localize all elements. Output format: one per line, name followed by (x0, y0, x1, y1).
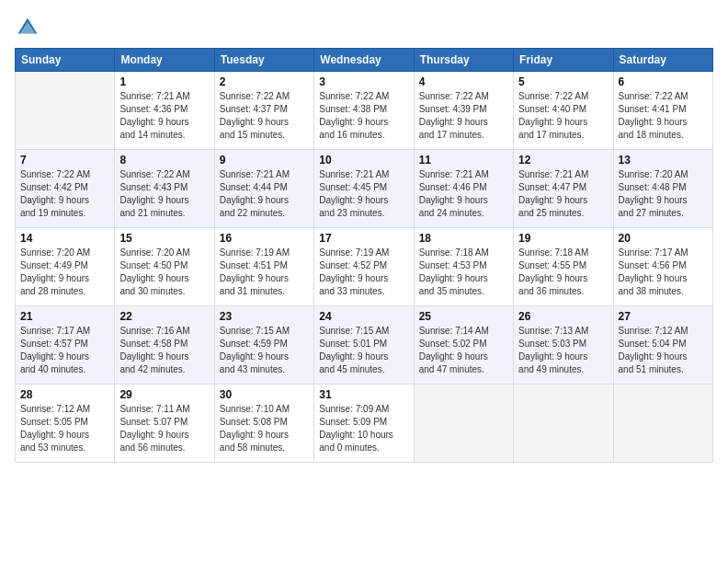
calendar-cell (16, 72, 115, 150)
day-header-tuesday: Tuesday (214, 49, 313, 72)
calendar-cell: 4Sunrise: 7:22 AMSunset: 4:39 PMDaylight… (414, 72, 513, 150)
day-number: 18 (419, 232, 508, 245)
day-info: Sunrise: 7:22 AMSunset: 4:40 PMDaylight:… (518, 90, 608, 142)
day-info: Sunrise: 7:18 AMSunset: 4:55 PMDaylight:… (518, 247, 608, 298)
day-info: Sunrise: 7:21 AMSunset: 4:45 PMDaylight:… (319, 168, 408, 220)
day-info: Sunrise: 7:14 AMSunset: 5:02 PMDaylight:… (419, 325, 508, 376)
day-info: Sunrise: 7:17 AMSunset: 4:56 PMDaylight:… (619, 247, 708, 298)
day-number: 15 (119, 232, 209, 245)
calendar-cell (613, 385, 712, 463)
day-info: Sunrise: 7:12 AMSunset: 5:04 PMDaylight:… (619, 325, 708, 376)
day-number: 30 (220, 388, 309, 401)
day-info: Sunrise: 7:17 AMSunset: 4:57 PMDaylight:… (20, 325, 109, 376)
calendar-week-row: 7Sunrise: 7:22 AMSunset: 4:42 PMDaylight… (16, 150, 713, 228)
day-info: Sunrise: 7:09 AMSunset: 5:09 PMDaylight:… (319, 403, 408, 454)
calendar-cell: 25Sunrise: 7:14 AMSunset: 5:02 PMDayligh… (414, 306, 513, 385)
day-number: 29 (119, 388, 209, 401)
calendar-cell: 5Sunrise: 7:22 AMSunset: 4:40 PMDaylight… (514, 72, 613, 150)
day-number: 27 (619, 310, 708, 323)
day-info: Sunrise: 7:21 AMSunset: 4:46 PMDaylight:… (419, 168, 508, 220)
day-info: Sunrise: 7:13 AMSunset: 5:03 PMDaylight:… (518, 325, 608, 376)
day-number: 8 (119, 154, 209, 167)
calendar-cell: 28Sunrise: 7:12 AMSunset: 5:05 PMDayligh… (16, 385, 115, 463)
day-number: 3 (319, 75, 408, 88)
day-info: Sunrise: 7:21 AMSunset: 4:44 PMDaylight:… (220, 168, 309, 220)
day-number: 22 (119, 310, 209, 323)
day-info: Sunrise: 7:20 AMSunset: 4:49 PMDaylight:… (20, 247, 109, 298)
calendar-cell: 18Sunrise: 7:18 AMSunset: 4:53 PMDayligh… (414, 228, 513, 306)
calendar-cell: 23Sunrise: 7:15 AMSunset: 4:59 PMDayligh… (214, 306, 313, 385)
calendar-week-row: 1Sunrise: 7:21 AMSunset: 4:36 PMDaylight… (16, 72, 713, 150)
calendar-cell: 30Sunrise: 7:10 AMSunset: 5:08 PMDayligh… (214, 385, 313, 463)
calendar-week-row: 28Sunrise: 7:12 AMSunset: 5:05 PMDayligh… (16, 385, 713, 463)
day-info: Sunrise: 7:12 AMSunset: 5:05 PMDaylight:… (20, 403, 109, 454)
day-info: Sunrise: 7:22 AMSunset: 4:37 PMDaylight:… (220, 90, 309, 142)
day-info: Sunrise: 7:18 AMSunset: 4:53 PMDaylight:… (419, 247, 508, 298)
day-info: Sunrise: 7:22 AMSunset: 4:38 PMDaylight:… (319, 90, 408, 142)
page-header (15, 15, 713, 40)
calendar-cell: 7Sunrise: 7:22 AMSunset: 4:42 PMDaylight… (16, 150, 115, 228)
calendar-cell: 2Sunrise: 7:22 AMSunset: 4:37 PMDaylight… (214, 72, 313, 150)
calendar-cell: 19Sunrise: 7:18 AMSunset: 4:55 PMDayligh… (514, 228, 613, 306)
day-number: 14 (20, 232, 109, 245)
calendar-cell: 1Sunrise: 7:21 AMSunset: 4:36 PMDaylight… (115, 72, 214, 150)
calendar-cell: 6Sunrise: 7:22 AMSunset: 4:41 PMDaylight… (613, 72, 712, 150)
day-info: Sunrise: 7:21 AMSunset: 4:47 PMDaylight:… (518, 168, 608, 220)
calendar-cell: 29Sunrise: 7:11 AMSunset: 5:07 PMDayligh… (115, 385, 214, 463)
calendar-cell: 12Sunrise: 7:21 AMSunset: 4:47 PMDayligh… (514, 150, 613, 228)
day-number: 12 (518, 154, 608, 167)
day-header-thursday: Thursday (414, 49, 513, 72)
day-number: 13 (619, 154, 708, 167)
calendar-cell: 20Sunrise: 7:17 AMSunset: 4:56 PMDayligh… (613, 228, 712, 306)
calendar-cell: 13Sunrise: 7:20 AMSunset: 4:48 PMDayligh… (613, 150, 712, 228)
calendar-cell (514, 385, 613, 463)
day-number: 20 (619, 232, 708, 245)
logo (15, 15, 44, 40)
day-number: 6 (619, 75, 708, 88)
calendar-cell: 31Sunrise: 7:09 AMSunset: 5:09 PMDayligh… (314, 385, 414, 463)
calendar-header-row: SundayMondayTuesdayWednesdayThursdayFrid… (16, 49, 713, 72)
calendar-table: SundayMondayTuesdayWednesdayThursdayFrid… (15, 48, 713, 463)
day-number: 31 (319, 388, 408, 401)
calendar-week-row: 21Sunrise: 7:17 AMSunset: 4:57 PMDayligh… (16, 306, 713, 385)
day-info: Sunrise: 7:22 AMSunset: 4:42 PMDaylight:… (20, 168, 109, 220)
calendar-cell: 27Sunrise: 7:12 AMSunset: 5:04 PMDayligh… (613, 306, 712, 385)
calendar-cell (414, 385, 513, 463)
day-info: Sunrise: 7:16 AMSunset: 4:58 PMDaylight:… (119, 325, 209, 376)
calendar-cell: 3Sunrise: 7:22 AMSunset: 4:38 PMDaylight… (314, 72, 414, 150)
day-number: 26 (518, 310, 608, 323)
day-header-saturday: Saturday (613, 49, 712, 72)
calendar-cell: 24Sunrise: 7:15 AMSunset: 5:01 PMDayligh… (314, 306, 414, 385)
day-info: Sunrise: 7:20 AMSunset: 4:48 PMDaylight:… (619, 168, 708, 220)
day-number: 16 (220, 232, 309, 245)
day-info: Sunrise: 7:15 AMSunset: 4:59 PMDaylight:… (220, 325, 309, 376)
day-number: 7 (20, 154, 109, 167)
day-info: Sunrise: 7:21 AMSunset: 4:36 PMDaylight:… (119, 90, 209, 142)
calendar-cell: 17Sunrise: 7:19 AMSunset: 4:52 PMDayligh… (314, 228, 414, 306)
day-number: 1 (119, 75, 209, 88)
calendar-cell: 15Sunrise: 7:20 AMSunset: 4:50 PMDayligh… (115, 228, 214, 306)
day-info: Sunrise: 7:15 AMSunset: 5:01 PMDaylight:… (319, 325, 408, 376)
day-number: 4 (419, 75, 508, 88)
day-number: 10 (319, 154, 408, 167)
day-info: Sunrise: 7:19 AMSunset: 4:51 PMDaylight:… (220, 247, 309, 298)
day-number: 25 (419, 310, 508, 323)
day-number: 19 (518, 232, 608, 245)
day-header-monday: Monday (115, 49, 214, 72)
calendar-cell: 10Sunrise: 7:21 AMSunset: 4:45 PMDayligh… (314, 150, 414, 228)
calendar-cell: 11Sunrise: 7:21 AMSunset: 4:46 PMDayligh… (414, 150, 513, 228)
day-number: 21 (20, 310, 109, 323)
calendar-week-row: 14Sunrise: 7:20 AMSunset: 4:49 PMDayligh… (16, 228, 713, 306)
calendar-cell: 9Sunrise: 7:21 AMSunset: 4:44 PMDaylight… (214, 150, 313, 228)
day-info: Sunrise: 7:11 AMSunset: 5:07 PMDaylight:… (119, 403, 209, 454)
day-info: Sunrise: 7:20 AMSunset: 4:50 PMDaylight:… (119, 247, 209, 298)
day-number: 28 (20, 388, 109, 401)
day-number: 17 (319, 232, 408, 245)
day-info: Sunrise: 7:22 AMSunset: 4:39 PMDaylight:… (419, 90, 508, 142)
day-info: Sunrise: 7:22 AMSunset: 4:41 PMDaylight:… (619, 90, 708, 142)
logo-icon (15, 15, 40, 40)
calendar-cell: 14Sunrise: 7:20 AMSunset: 4:49 PMDayligh… (16, 228, 115, 306)
day-info: Sunrise: 7:22 AMSunset: 4:43 PMDaylight:… (119, 168, 209, 220)
calendar-cell: 16Sunrise: 7:19 AMSunset: 4:51 PMDayligh… (214, 228, 313, 306)
day-header-friday: Friday (514, 49, 613, 72)
